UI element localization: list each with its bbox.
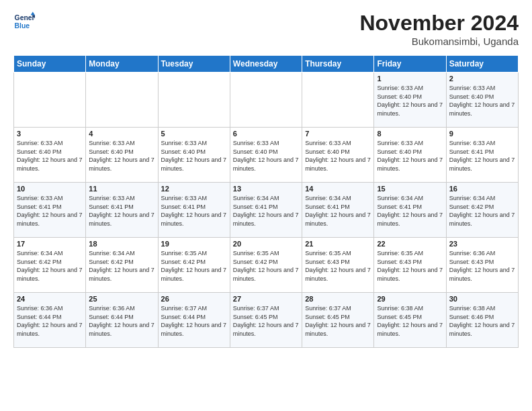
cell-details: Sunrise: 6:33 AMSunset: 6:41 PMDaylight:… (161, 194, 227, 228)
cell-details: Sunrise: 6:33 AMSunset: 6:40 PMDaylight:… (17, 139, 83, 173)
day-number: 28 (305, 295, 371, 303)
cell-details: Sunrise: 6:34 AMSunset: 6:42 PMDaylight:… (17, 249, 83, 283)
calendar-cell: 6Sunrise: 6:33 AMSunset: 6:40 PMDaylight… (230, 128, 302, 183)
calendar-week-row: 24Sunrise: 6:36 AMSunset: 6:44 PMDayligh… (14, 293, 519, 348)
calendar-cell: 18Sunrise: 6:34 AMSunset: 6:42 PMDayligh… (86, 238, 158, 293)
weekday-header: Friday (374, 56, 446, 73)
weekday-header: Saturday (446, 56, 518, 73)
cell-details: Sunrise: 6:36 AMSunset: 6:43 PMDaylight:… (449, 249, 515, 283)
day-number: 3 (17, 130, 83, 138)
weekday-header: Tuesday (158, 56, 230, 73)
calendar-cell: 14Sunrise: 6:34 AMSunset: 6:41 PMDayligh… (302, 183, 374, 238)
cell-details: Sunrise: 6:33 AMSunset: 6:40 PMDaylight:… (233, 139, 299, 173)
calendar-cell: 25Sunrise: 6:36 AMSunset: 6:44 PMDayligh… (86, 293, 158, 348)
weekday-header: Wednesday (230, 56, 302, 73)
cell-details: Sunrise: 6:36 AMSunset: 6:44 PMDaylight:… (89, 304, 154, 338)
calendar-cell: 28Sunrise: 6:37 AMSunset: 6:45 PMDayligh… (302, 293, 374, 348)
svg-marker-2 (31, 12, 35, 15)
cell-details: Sunrise: 6:34 AMSunset: 6:41 PMDaylight:… (233, 194, 299, 228)
day-number: 30 (449, 295, 515, 303)
calendar-week-row: 17Sunrise: 6:34 AMSunset: 6:42 PMDayligh… (14, 238, 519, 293)
day-number: 14 (305, 185, 371, 193)
cell-details: Sunrise: 6:33 AMSunset: 6:40 PMDaylight:… (377, 84, 443, 118)
cell-details: Sunrise: 6:33 AMSunset: 6:40 PMDaylight:… (89, 139, 154, 173)
day-number: 25 (89, 295, 154, 303)
day-number: 20 (233, 240, 299, 248)
cell-details: Sunrise: 6:37 AMSunset: 6:44 PMDaylight:… (161, 304, 227, 338)
day-number: 16 (449, 185, 515, 193)
calendar-cell: 22Sunrise: 6:35 AMSunset: 6:43 PMDayligh… (374, 238, 446, 293)
header: General Blue November 2024 Bukomansimbi,… (13, 11, 519, 47)
day-number: 13 (233, 185, 299, 193)
cell-details: Sunrise: 6:34 AMSunset: 6:41 PMDaylight:… (305, 194, 371, 228)
day-number: 10 (17, 185, 83, 193)
day-number: 19 (161, 240, 227, 248)
svg-text:Blue: Blue (15, 22, 30, 30)
svg-text:General: General (15, 14, 35, 21)
calendar-cell: 26Sunrise: 6:37 AMSunset: 6:44 PMDayligh… (158, 293, 230, 348)
day-number: 21 (305, 240, 371, 248)
day-number: 2 (449, 75, 515, 83)
month-title: November 2024 (359, 11, 519, 36)
calendar-cell: 27Sunrise: 6:37 AMSunset: 6:45 PMDayligh… (230, 293, 302, 348)
day-number: 5 (161, 130, 227, 138)
calendar-cell: 4Sunrise: 6:33 AMSunset: 6:40 PMDaylight… (86, 128, 158, 183)
day-number: 9 (449, 130, 515, 138)
calendar-cell (14, 73, 86, 128)
calendar-cell: 16Sunrise: 6:34 AMSunset: 6:42 PMDayligh… (446, 183, 518, 238)
day-number: 23 (449, 240, 515, 248)
calendar-cell: 19Sunrise: 6:35 AMSunset: 6:42 PMDayligh… (158, 238, 230, 293)
day-number: 22 (377, 240, 443, 248)
cell-details: Sunrise: 6:34 AMSunset: 6:42 PMDaylight:… (449, 194, 515, 228)
calendar-cell: 23Sunrise: 6:36 AMSunset: 6:43 PMDayligh… (446, 238, 518, 293)
calendar-cell: 29Sunrise: 6:38 AMSunset: 6:45 PMDayligh… (374, 293, 446, 348)
cell-details: Sunrise: 6:33 AMSunset: 6:40 PMDaylight:… (161, 139, 227, 173)
calendar-cell: 5Sunrise: 6:33 AMSunset: 6:40 PMDaylight… (158, 128, 230, 183)
header-row: SundayMondayTuesdayWednesdayThursdayFrid… (14, 56, 519, 73)
weekday-header: Sunday (14, 56, 86, 73)
day-number: 11 (89, 185, 154, 193)
day-number: 7 (305, 130, 371, 138)
calendar-cell: 12Sunrise: 6:33 AMSunset: 6:41 PMDayligh… (158, 183, 230, 238)
cell-details: Sunrise: 6:33 AMSunset: 6:40 PMDaylight:… (305, 139, 371, 173)
day-number: 27 (233, 295, 299, 303)
weekday-header: Thursday (302, 56, 374, 73)
calendar-table: SundayMondayTuesdayWednesdayThursdayFrid… (13, 55, 519, 348)
logo-icon: General Blue (13, 11, 35, 32)
day-number: 18 (89, 240, 154, 248)
calendar-cell: 2Sunrise: 6:33 AMSunset: 6:40 PMDaylight… (446, 73, 518, 128)
cell-details: Sunrise: 6:34 AMSunset: 6:41 PMDaylight:… (377, 194, 443, 228)
calendar-cell: 11Sunrise: 6:33 AMSunset: 6:41 PMDayligh… (86, 183, 158, 238)
logo: General Blue (13, 11, 35, 32)
calendar-week-row: 10Sunrise: 6:33 AMSunset: 6:41 PMDayligh… (14, 183, 519, 238)
calendar-cell: 1Sunrise: 6:33 AMSunset: 6:40 PMDaylight… (374, 73, 446, 128)
calendar-cell: 10Sunrise: 6:33 AMSunset: 6:41 PMDayligh… (14, 183, 86, 238)
day-number: 29 (377, 295, 443, 303)
calendar-cell: 21Sunrise: 6:35 AMSunset: 6:43 PMDayligh… (302, 238, 374, 293)
cell-details: Sunrise: 6:33 AMSunset: 6:41 PMDaylight:… (17, 194, 83, 228)
calendar-cell: 13Sunrise: 6:34 AMSunset: 6:41 PMDayligh… (230, 183, 302, 238)
day-number: 12 (161, 185, 227, 193)
calendar-cell: 24Sunrise: 6:36 AMSunset: 6:44 PMDayligh… (14, 293, 86, 348)
page: General Blue November 2024 Bukomansimbi,… (0, 0, 532, 356)
location: Bukomansimbi, Uganda (359, 36, 519, 47)
calendar-cell (158, 73, 230, 128)
cell-details: Sunrise: 6:35 AMSunset: 6:43 PMDaylight:… (377, 249, 443, 283)
cell-details: Sunrise: 6:34 AMSunset: 6:42 PMDaylight:… (89, 249, 154, 283)
day-number: 24 (17, 295, 83, 303)
calendar-cell (230, 73, 302, 128)
title-block: November 2024 Bukomansimbi, Uganda (359, 11, 519, 47)
calendar-cell: 3Sunrise: 6:33 AMSunset: 6:40 PMDaylight… (14, 128, 86, 183)
cell-details: Sunrise: 6:33 AMSunset: 6:41 PMDaylight:… (89, 194, 154, 228)
calendar-cell: 20Sunrise: 6:35 AMSunset: 6:42 PMDayligh… (230, 238, 302, 293)
calendar-cell: 8Sunrise: 6:33 AMSunset: 6:40 PMDaylight… (374, 128, 446, 183)
cell-details: Sunrise: 6:33 AMSunset: 6:40 PMDaylight:… (377, 139, 443, 173)
calendar-cell: 30Sunrise: 6:38 AMSunset: 6:46 PMDayligh… (446, 293, 518, 348)
day-number: 17 (17, 240, 83, 248)
cell-details: Sunrise: 6:33 AMSunset: 6:40 PMDaylight:… (449, 84, 515, 118)
calendar-cell (86, 73, 158, 128)
cell-details: Sunrise: 6:38 AMSunset: 6:46 PMDaylight:… (449, 304, 515, 338)
calendar-cell: 9Sunrise: 6:33 AMSunset: 6:41 PMDaylight… (446, 128, 518, 183)
day-number: 6 (233, 130, 299, 138)
cell-details: Sunrise: 6:38 AMSunset: 6:45 PMDaylight:… (377, 304, 443, 338)
